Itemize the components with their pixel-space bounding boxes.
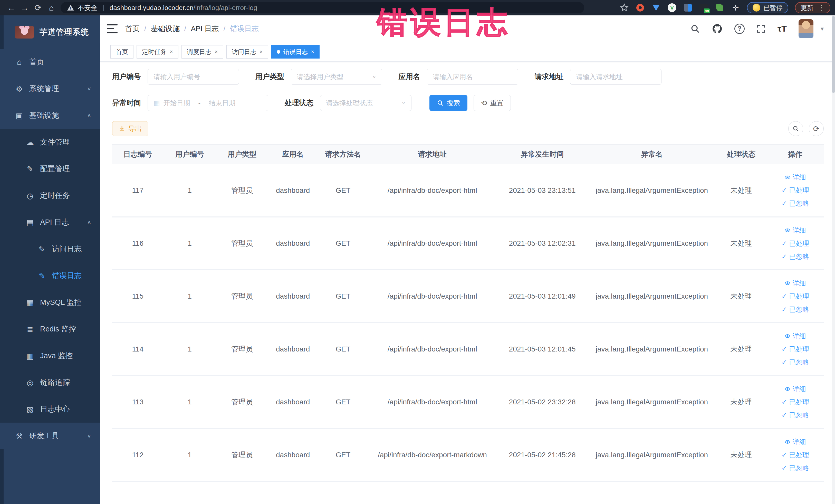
ignored-link[interactable]: ✓已忽略 xyxy=(781,199,809,208)
extension-grid-icon[interactable] xyxy=(683,3,693,12)
sidebar-item-文件管理[interactable]: ☁文件管理 xyxy=(0,129,100,156)
ignored-link[interactable]: ✓已忽略 xyxy=(781,358,809,367)
cell-exception-time: 2021-05-03 12:01:49 xyxy=(496,270,588,323)
detail-link[interactable]: 详细 xyxy=(785,279,806,288)
cell-actions: 详细✓已处理✓已忽略 xyxy=(767,217,824,270)
github-icon[interactable] xyxy=(712,23,722,34)
refresh-table-button[interactable]: ⟳ xyxy=(809,121,824,136)
sidebar-item-访问日志[interactable]: ✎访问日志 xyxy=(0,236,100,262)
scrollbar-thumb[interactable] xyxy=(832,16,835,93)
browser-home-icon[interactable]: ⌂ xyxy=(45,0,58,15)
tab-调度日志[interactable]: 调度日志× xyxy=(182,45,223,59)
address-bar[interactable]: ! 不安全 | dashboard.yudao.iocoder.cn/infra… xyxy=(61,2,584,13)
sidebar-item-Java 监控[interactable]: ▥Java 监控 xyxy=(0,343,100,369)
sidebar-item-label: 错误日志 xyxy=(52,270,82,281)
processed-link[interactable]: ✓已处理 xyxy=(781,186,809,195)
tab-访问日志[interactable]: 访问日志× xyxy=(226,45,268,59)
processed-link[interactable]: ✓已处理 xyxy=(781,345,809,354)
close-icon[interactable]: × xyxy=(170,48,173,55)
action-label: 详细 xyxy=(793,173,806,182)
close-icon[interactable]: × xyxy=(215,48,218,55)
breadcrumb-item[interactable]: 基础设施 xyxy=(151,24,180,34)
user-menu-caret-icon[interactable]: ▾ xyxy=(821,25,824,32)
close-icon[interactable]: × xyxy=(311,48,314,55)
refresh-icon: ⟲ xyxy=(481,99,487,107)
paused-profile-badge[interactable]: 已暂停 xyxy=(747,2,788,13)
ignored-link[interactable]: ✓已忽略 xyxy=(781,411,809,420)
breadcrumb-item[interactable]: API 日志 xyxy=(191,24,219,34)
browser-forward-icon[interactable]: → xyxy=(18,0,31,15)
search-button[interactable]: 搜索 xyxy=(429,95,467,111)
sidebar-item-label: 访问日志 xyxy=(52,244,82,254)
sidebar-item-研发工具[interactable]: ⚒研发工具∨ xyxy=(0,423,100,449)
address-separator: | xyxy=(103,4,104,12)
browser-back-icon[interactable]: ← xyxy=(5,0,18,15)
app-name-input[interactable]: 请输入应用名 xyxy=(427,69,518,85)
request-url-input[interactable]: 请输入请求地址 xyxy=(570,69,661,85)
column-header-操作: 操作 xyxy=(767,144,824,164)
processed-link[interactable]: ✓已处理 xyxy=(781,292,809,301)
sidebar-item-API 日志[interactable]: ▤API 日志∧ xyxy=(0,209,100,236)
export-button[interactable]: 导出 xyxy=(112,121,148,136)
user-type-select[interactable]: 请选择用户类型∨ xyxy=(291,69,382,85)
process-status-select[interactable]: 请选择处理状态∨ xyxy=(320,95,411,111)
sidebar-item-基础设施[interactable]: ▣基础设施∧ xyxy=(0,102,100,129)
reset-button[interactable]: ⟲ 重置 xyxy=(474,95,511,111)
check-icon: ✓ xyxy=(781,464,787,472)
ignored-link[interactable]: ✓已忽略 xyxy=(781,464,809,473)
extension-drop-icon[interactable] xyxy=(651,3,661,12)
browser-update-button[interactable]: 更新 ⋮ xyxy=(795,2,830,13)
tab-定时任务[interactable]: 定时任务× xyxy=(137,45,178,59)
user-avatar[interactable] xyxy=(798,19,813,38)
sidebar-item-系统管理[interactable]: ⚙系统管理∨ xyxy=(0,76,100,102)
extensions-puzzle-icon[interactable]: ✛ xyxy=(731,3,740,12)
sidebar-item-日志中心[interactable]: ▧日志中心 xyxy=(0,396,100,423)
extension-leaf-icon[interactable] xyxy=(715,3,725,12)
processed-link[interactable]: ✓已处理 xyxy=(781,239,809,248)
sidebar-toggle-icon[interactable] xyxy=(107,24,118,33)
action-label: 已忽略 xyxy=(789,358,809,367)
extension-switch-icon[interactable]: on xyxy=(699,3,709,12)
bookmark-star-icon[interactable] xyxy=(619,3,629,12)
app-logo[interactable]: 芋道管理系统 xyxy=(0,15,100,49)
processed-link[interactable]: ✓已处理 xyxy=(781,398,809,407)
toggle-search-button[interactable] xyxy=(788,121,803,136)
cell-app-name: dashboard xyxy=(268,270,318,323)
page-scrollbar[interactable] xyxy=(832,15,835,504)
fullscreen-icon[interactable] xyxy=(756,24,766,33)
breadcrumb-separator: / xyxy=(184,25,186,33)
sidebar-item-链路追踪[interactable]: ◎链路追踪 xyxy=(0,369,100,396)
tab-首页[interactable]: 首页 xyxy=(110,45,134,59)
detail-link[interactable]: 详细 xyxy=(785,385,806,394)
cell-request-url: /api/infra/db-doc/export-html xyxy=(368,217,496,270)
cell-request-url: /api/infra/db-doc/export-markdown xyxy=(368,428,496,481)
sidebar-item-MySQL 监控[interactable]: ▦MySQL 监控 xyxy=(0,289,100,316)
redis-icon: ≣ xyxy=(26,325,34,334)
user-id-input[interactable]: 请输入用户编号 xyxy=(148,69,239,85)
font-size-icon[interactable]: τT xyxy=(777,24,787,34)
detail-link[interactable]: 详细 xyxy=(785,332,806,341)
browser-reload-icon[interactable]: ⟳ xyxy=(31,0,45,15)
tab-错误日志[interactable]: 错误日志× xyxy=(271,45,320,59)
sidebar-item-Redis 监控[interactable]: ≣Redis 监控 xyxy=(0,316,100,343)
detail-link[interactable]: 详细 xyxy=(785,438,806,446)
ignored-link[interactable]: ✓已忽略 xyxy=(781,305,809,314)
extension-target-icon[interactable] xyxy=(635,3,645,12)
sidebar-item-配置管理[interactable]: ✎配置管理 xyxy=(0,156,100,182)
sidebar-item-label: 基础设施 xyxy=(29,110,59,121)
ignored-link[interactable]: ✓已忽略 xyxy=(781,252,809,261)
extension-v-icon[interactable]: V xyxy=(667,3,677,12)
sidebar-item-错误日志[interactable]: ✎错误日志 xyxy=(0,262,100,289)
sidebar-item-首页[interactable]: ⌂首页 xyxy=(0,49,100,76)
search-icon[interactable] xyxy=(690,24,700,34)
help-icon[interactable]: ? xyxy=(734,24,745,34)
close-icon[interactable]: × xyxy=(260,48,263,55)
processed-link[interactable]: ✓已处理 xyxy=(781,450,809,460)
breadcrumb-item[interactable]: 首页 xyxy=(125,24,140,34)
exception-time-range-picker[interactable]: ▦ 开始日期 - 结束日期 xyxy=(148,95,268,111)
sidebar-item-定时任务[interactable]: ◷定时任务 xyxy=(0,182,100,209)
browser-menu-icon[interactable]: ⋮ xyxy=(818,4,825,12)
detail-link[interactable]: 详细 xyxy=(785,226,806,235)
action-label: 详细 xyxy=(793,385,806,394)
detail-link[interactable]: 详细 xyxy=(785,173,806,182)
